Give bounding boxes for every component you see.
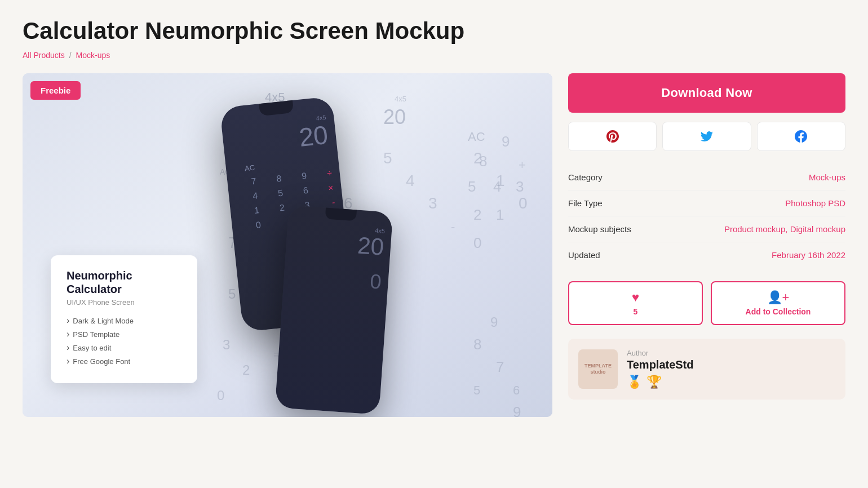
- breadcrumb: All Products / Mock-ups: [23, 51, 845, 60]
- svg-text:4x5: 4x5: [395, 95, 406, 103]
- page-container: Calculator Neumorphic Screen Mockup All …: [0, 0, 868, 435]
- detail-value-subjects[interactable]: Product mockup, Digital mockup: [724, 224, 845, 234]
- pinterest-icon: [606, 130, 619, 143]
- svg-text:0: 0: [217, 388, 224, 403]
- like-count: 5: [634, 307, 638, 316]
- svg-text:9: 9: [490, 314, 498, 330]
- svg-text:9: 9: [502, 133, 510, 150]
- main-image-area: Freebie 4x5 20 8 7 6 + 5 4: [23, 73, 552, 417]
- svg-text:2: 2: [473, 206, 481, 223]
- info-card-subtitle: UI/UX Phone Screen: [67, 298, 181, 307]
- content-layout: Freebie 4x5 20 8 7 6 + 5 4: [23, 73, 845, 417]
- detail-label-updated: Updated: [568, 250, 600, 260]
- info-card: Neumorphic Calculator UI/UX Phone Screen…: [51, 255, 197, 383]
- svg-text:9: 9: [513, 403, 521, 417]
- detail-value-filetype[interactable]: Photoshop PSD: [785, 198, 845, 208]
- svg-text:5: 5: [468, 178, 476, 195]
- svg-text:20: 20: [383, 105, 406, 128]
- svg-text:+: +: [519, 158, 526, 172]
- info-card-list-item: Free Google Font: [67, 356, 181, 366]
- facebook-button[interactable]: [757, 122, 845, 151]
- medal-icon: 🏅: [627, 375, 642, 389]
- action-buttons: ♥ 5 👤+ Add to Collection: [568, 281, 845, 325]
- author-name[interactable]: TemplateStd: [627, 358, 835, 371]
- collection-label: Add to Collection: [746, 307, 811, 316]
- detail-value-category[interactable]: Mock-ups: [809, 172, 845, 182]
- breadcrumb-all-products[interactable]: All Products: [23, 51, 65, 60]
- detail-row-filetype: File Type Photoshop PSD: [568, 190, 845, 216]
- trophy-icon: 🏆: [646, 375, 662, 389]
- sidebar-panel: Download Now: [568, 73, 845, 400]
- detail-row-updated: Updated February 16th 2022: [568, 242, 845, 268]
- author-avatar: TEMPLATEstudio: [578, 349, 618, 389]
- heart-icon: ♥: [632, 290, 639, 305]
- author-card: TEMPLATEstudio Author TemplateStd 🏅 🏆: [568, 339, 845, 400]
- svg-text:AC: AC: [468, 130, 485, 144]
- detail-value-updated: February 16th 2022: [772, 250, 845, 260]
- detail-label-category: Category: [568, 172, 603, 182]
- svg-text:3: 3: [223, 337, 230, 352]
- facebook-icon: [795, 130, 807, 143]
- author-badges: 🏅 🏆: [627, 375, 835, 389]
- collection-icon: 👤+: [767, 290, 790, 305]
- mockup-scene: 4x5 20 8 7 6 + 5 4 3 - 2 1 0 AC: [23, 73, 552, 417]
- svg-text:5: 5: [473, 383, 480, 397]
- details-table: Category Mock-ups File Type Photoshop PS…: [568, 165, 845, 268]
- breadcrumb-mockups[interactable]: Mock-ups: [76, 51, 110, 60]
- add-to-collection-button[interactable]: 👤+ Add to Collection: [711, 281, 845, 325]
- svg-text:4: 4: [406, 172, 415, 189]
- page-title: Calculator Neumorphic Screen Mockup: [23, 18, 845, 44]
- svg-text:6: 6: [513, 383, 520, 397]
- svg-text:1: 1: [496, 206, 504, 223]
- info-card-title: Neumorphic Calculator: [67, 269, 181, 296]
- twitter-icon: [701, 130, 713, 143]
- svg-text:-: -: [451, 220, 455, 234]
- phone-secondary: 4x5 20 0: [275, 205, 393, 415]
- svg-text:3: 3: [428, 194, 437, 212]
- mockup-image: 4x5 20 8 7 6 + 5 4 3 - 2 1 0 AC: [23, 73, 552, 417]
- detail-label-subjects: Mockup subjects: [568, 224, 631, 234]
- detail-row-subjects: Mockup subjects Product mockup, Digital …: [568, 216, 845, 242]
- info-card-list-item: Easy to edit: [67, 343, 181, 353]
- like-button[interactable]: ♥ 5: [568, 281, 703, 325]
- svg-text:5: 5: [383, 149, 392, 167]
- author-info: Author TemplateStd 🏅 🏆: [627, 349, 835, 389]
- svg-text:7: 7: [496, 358, 504, 375]
- svg-text:8: 8: [473, 336, 481, 353]
- svg-text:2: 2: [242, 362, 250, 378]
- svg-text:5: 5: [228, 286, 236, 301]
- svg-text:0: 0: [473, 234, 481, 251]
- download-button[interactable]: Download Now: [568, 73, 845, 113]
- info-card-list-item: Dark & Light Mode: [67, 316, 181, 326]
- freebie-badge: Freebie: [30, 81, 81, 100]
- breadcrumb-separator: /: [69, 51, 72, 60]
- author-label: Author: [627, 349, 835, 357]
- info-card-list-item: PSD Template: [67, 329, 181, 339]
- detail-row-category: Category Mock-ups: [568, 165, 845, 190]
- svg-text:0: 0: [519, 194, 528, 212]
- svg-text:3: 3: [516, 178, 524, 195]
- pinterest-button[interactable]: [568, 122, 657, 151]
- svg-text:4: 4: [493, 178, 501, 195]
- svg-text:8: 8: [479, 153, 487, 170]
- twitter-button[interactable]: [662, 122, 751, 151]
- info-card-list: Dark & Light ModePSD TemplateEasy to edi…: [67, 316, 181, 366]
- social-buttons: [568, 122, 845, 151]
- detail-label-filetype: File Type: [568, 198, 603, 208]
